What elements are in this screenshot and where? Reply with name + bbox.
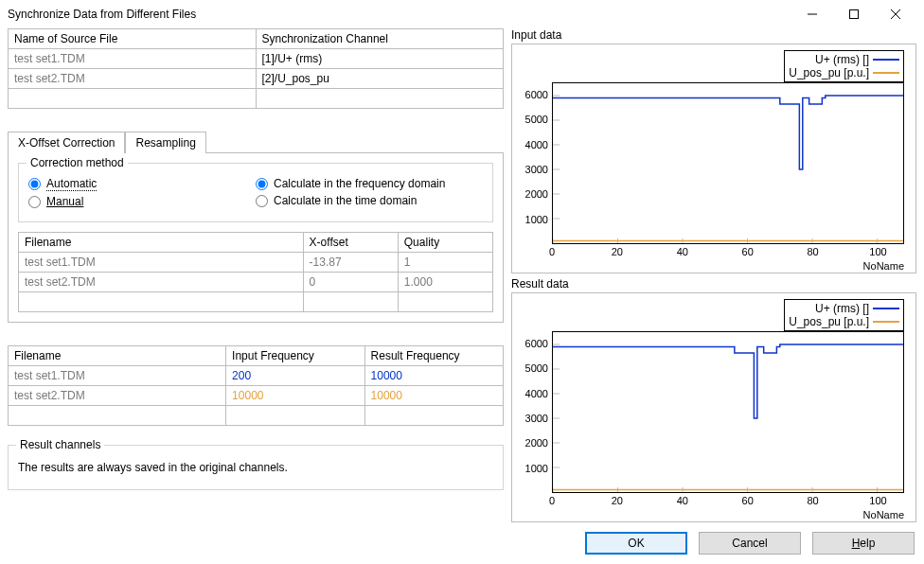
col-xoffset: X-offset [303, 233, 398, 253]
cell-q: 1 [398, 253, 492, 273]
tab-x-offset[interactable]: X-Offset Correction [8, 132, 125, 153]
col-sync-channel: Synchronization Channel [256, 29, 504, 49]
table-row[interactable]: test set2.TDM [2]/U_pos_pu [9, 69, 504, 89]
svg-rect-1 [850, 10, 859, 19]
cell-q: 1.000 [398, 273, 492, 292]
table-header-row: Filename X-offset Quality [19, 233, 493, 253]
radio-freq-label: Calculate in the frequency domain [274, 177, 445, 190]
cell-out: 10000 [364, 386, 503, 406]
table-row[interactable]: test set1.TDM 200 10000 [9, 366, 504, 386]
correction-method-group: Correction method Automatic Manual [18, 163, 493, 222]
table-row[interactable]: test set1.TDM -13.87 1 [19, 253, 493, 273]
col-source-file: Name of Source File [9, 29, 257, 49]
result-chart-title: Result data [511, 277, 916, 291]
offset-table[interactable]: Filename X-offset Quality test set1.TDM … [18, 232, 493, 312]
cell-in: 10000 [226, 386, 364, 406]
col-quality: Quality [398, 233, 492, 253]
table-row[interactable] [9, 89, 504, 109]
cell-file: test set1.TDM [19, 253, 304, 273]
cell-file: test set2.TDM [19, 273, 304, 292]
cell-file: test set2.TDM [9, 69, 257, 89]
table-header-row: Name of Source File Synchronization Chan… [9, 29, 504, 49]
group-legend: Result channels [16, 438, 104, 451]
table-row[interactable]: test set2.TDM 0 1.000 [19, 273, 493, 292]
radio-manual-label: Manual [46, 195, 83, 208]
cell-file: test set1.TDM [9, 366, 226, 386]
col-inputfreq: Input Frequency [226, 346, 364, 366]
input-chart-title: Input data [511, 28, 916, 42]
cell-xoff: -13.87 [303, 253, 398, 273]
minimize-button[interactable] [791, 0, 833, 28]
col-resultfreq: Result Frequency [364, 346, 503, 366]
cell-xoff: 0 [303, 273, 398, 292]
cell-in: 200 [226, 366, 364, 386]
table-header-row: Filename Input Frequency Result Frequenc… [9, 346, 504, 366]
cell-channel: [2]/U_pos_pu [256, 69, 504, 89]
frequency-table[interactable]: Filename Input Frequency Result Frequenc… [8, 345, 504, 426]
title-bar: Synchronize Data from Different Files [0, 0, 924, 28]
radio-automatic-input[interactable] [28, 178, 41, 190]
close-button[interactable] [875, 0, 916, 28]
tab-pane-x-offset: Correction method Automatic Manual [8, 152, 504, 323]
radio-manual[interactable]: Manual [28, 195, 256, 208]
ok-button[interactable]: OK [585, 532, 687, 555]
cell-file: test set1.TDM [9, 49, 257, 69]
source-file-table[interactable]: Name of Source File Synchronization Chan… [8, 28, 504, 109]
table-row[interactable]: test set2.TDM 10000 10000 [9, 386, 504, 406]
result-chart: U+ (rms) []U_pos_pu [p.u.]10002000300040… [511, 292, 916, 522]
col-filename: Filename [9, 346, 226, 366]
maximize-button[interactable] [833, 0, 875, 28]
radio-freq-input[interactable] [256, 178, 268, 190]
window-title: Synchronize Data from Different Files [8, 8, 791, 21]
cancel-button[interactable]: Cancel [699, 532, 801, 555]
tab-resampling[interactable]: Resampling [125, 132, 205, 153]
radio-time-input[interactable] [256, 195, 268, 207]
cell-file: test set2.TDM [9, 386, 226, 406]
radio-time-domain[interactable]: Calculate in the time domain [256, 194, 483, 207]
cell-out: 10000 [364, 366, 503, 386]
radio-automatic[interactable]: Automatic [28, 177, 256, 191]
table-row[interactable]: test set1.TDM [1]/U+ (rms) [9, 49, 504, 69]
dialog-buttons: OK Cancel Help [585, 532, 915, 555]
radio-manual-input[interactable] [28, 196, 41, 208]
radio-time-label: Calculate in the time domain [274, 194, 417, 207]
radio-freq-domain[interactable]: Calculate in the frequency domain [256, 177, 483, 190]
group-legend: Correction method [27, 156, 128, 169]
result-channels-group: Result channels The results are always s… [8, 445, 504, 490]
help-button[interactable]: Help [812, 532, 915, 555]
cell-channel: [1]/U+ (rms) [256, 49, 504, 69]
input-chart: U+ (rms) []U_pos_pu [p.u.]10002000300040… [511, 44, 916, 273]
table-row[interactable] [9, 406, 504, 426]
table-row[interactable] [19, 292, 493, 312]
result-channels-text: The results are always saved in the orig… [18, 455, 493, 480]
tab-strip: X-Offset Correction Resampling [8, 132, 504, 153]
col-filename: Filename [19, 233, 304, 253]
radio-automatic-label: Automatic [46, 177, 97, 191]
